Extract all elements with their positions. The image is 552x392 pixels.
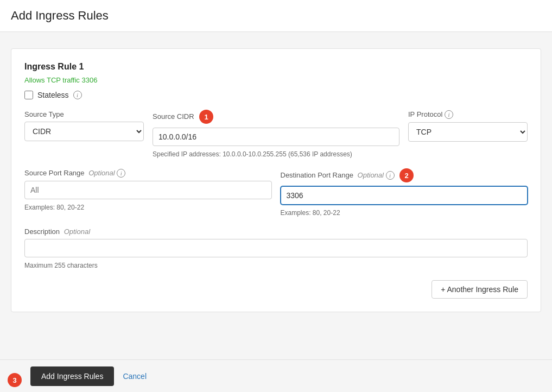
stateless-row: Stateless i — [24, 91, 528, 99]
source-port-hint: Examples: 80, 20-22 — [24, 204, 272, 211]
source-cidr-label: Source CIDR 1 — [153, 110, 399, 124]
dest-port-hint: Examples: 80, 20-22 — [281, 209, 528, 217]
ingress-rule-1: Ingress Rule 1 Allows TCP traffic 3306 S… — [11, 48, 541, 312]
another-ingress-rule-button[interactable]: + Another Ingress Rule — [432, 280, 528, 299]
source-cidr-input[interactable] — [153, 128, 399, 146]
dest-port-info-icon[interactable]: i — [386, 171, 395, 180]
dest-port-label: Destination Port Range Optional i 2 — [281, 169, 528, 183]
source-type-group: Source Type CIDR Service — [24, 110, 144, 141]
page-header: Add Ingress Rules — [0, 0, 552, 32]
ip-protocol-label: IP Protocol i — [408, 110, 528, 119]
source-row: Source Type CIDR Service Source CIDR 1 S… — [24, 110, 528, 158]
description-group: Description Optional Maximum 255 charact… — [24, 227, 528, 269]
badge-1: 1 — [199, 110, 213, 124]
source-port-group: Source Port Range Optional i Examples: 8… — [24, 169, 272, 211]
source-port-input[interactable] — [24, 181, 272, 199]
allows-label: Allows TCP traffic 3306 — [24, 76, 528, 84]
ip-protocol-info-icon[interactable]: i — [445, 110, 453, 119]
rule-title: Ingress Rule 1 — [24, 62, 528, 72]
badge-2: 2 — [399, 168, 414, 182]
description-row: Description Optional Maximum 255 charact… — [24, 227, 528, 269]
description-hint: Maximum 255 characters — [24, 262, 528, 269]
stateless-label: Stateless — [37, 91, 69, 99]
ip-protocol-group: IP Protocol i TCP UDP ICMP All — [408, 110, 528, 142]
add-rule-row: + Another Ingress Rule — [24, 280, 528, 299]
port-row: Source Port Range Optional i Examples: 8… — [24, 169, 528, 217]
ip-protocol-select[interactable]: TCP UDP ICMP All — [408, 122, 528, 142]
main-content: Ingress Rule 1 Allows TCP traffic 3306 S… — [0, 32, 552, 359]
description-label: Description Optional — [24, 227, 528, 236]
source-cidr-group: Source CIDR 1 Specified IP addresses: 10… — [153, 110, 399, 158]
dest-port-input[interactable] — [281, 186, 528, 205]
source-port-info-icon[interactable]: i — [117, 169, 125, 178]
source-port-label: Source Port Range Optional i — [24, 169, 272, 178]
page-title: Add Ingress Rules — [11, 9, 541, 23]
stateless-checkbox[interactable] — [24, 91, 33, 99]
dest-port-group: Destination Port Range Optional i 2 Exam… — [281, 169, 528, 217]
stateless-info-icon[interactable]: i — [73, 91, 82, 99]
description-input[interactable] — [24, 239, 528, 257]
source-type-label: Source Type — [24, 110, 144, 118]
source-type-select[interactable]: CIDR Service — [24, 122, 144, 141]
cidr-hint: Specified IP addresses: 10.0.0.0-10.0.25… — [153, 150, 399, 158]
